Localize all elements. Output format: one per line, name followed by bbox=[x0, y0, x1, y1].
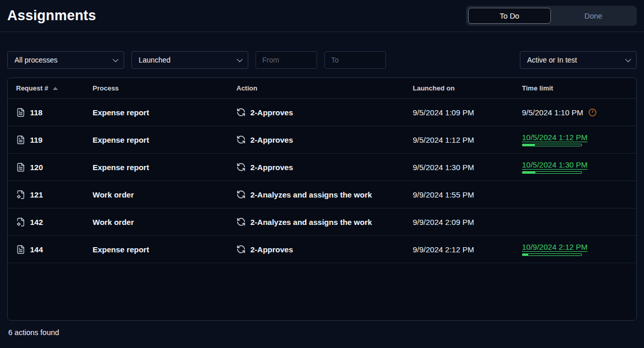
process-cell: Expense report bbox=[93, 245, 236, 254]
process-cell: Expense report bbox=[93, 135, 236, 144]
file-text-icon bbox=[16, 162, 25, 172]
process-cell: Work order bbox=[93, 190, 236, 199]
action-name: 2-Analyzes and assigns the work bbox=[250, 218, 372, 226]
date-type-filter-value: Launched bbox=[139, 56, 171, 64]
refresh-icon bbox=[236, 108, 246, 117]
launched-on-value: 9/9/2024 2:12 PM bbox=[413, 245, 474, 254]
action-cell: 2-Analyzes and assigns the work bbox=[236, 217, 413, 226]
column-header-action[interactable]: Action bbox=[236, 84, 413, 92]
date-type-filter-select[interactable]: Launched bbox=[131, 51, 248, 69]
action-cell: 2-Approves bbox=[236, 135, 413, 144]
process-name: Work order bbox=[93, 218, 134, 226]
file-gear-icon bbox=[16, 217, 25, 227]
time-limit-active: 10/5/2024 1:30 PM bbox=[522, 160, 636, 174]
request-number: 119 bbox=[30, 135, 42, 144]
process-cell: Expense report bbox=[93, 108, 236, 117]
time-limit-progress-bar bbox=[522, 253, 582, 256]
time-limit-cell: 9/5/2024 1:10 PM bbox=[522, 108, 636, 117]
chevron-down-icon bbox=[237, 56, 243, 62]
request-cell: 119 bbox=[8, 135, 93, 145]
launched-on-value: 9/5/2024 1:12 PM bbox=[413, 135, 474, 144]
request-number: 144 bbox=[30, 245, 43, 254]
table-row[interactable]: 121 Work order 2-Analyzes and assigns th… bbox=[8, 181, 636, 208]
process-name: Work order bbox=[93, 190, 134, 199]
sort-ascending-icon bbox=[53, 87, 58, 90]
time-limit-active: 10/5/2024 1:12 PM bbox=[522, 133, 636, 146]
to-date-input[interactable] bbox=[324, 51, 386, 69]
table-row[interactable]: 144 Expense report 2-Approves 9/9/2024 2… bbox=[8, 236, 636, 263]
tab-todo[interactable]: To Do bbox=[468, 8, 551, 24]
status-filter-select[interactable]: Active or In test bbox=[520, 51, 637, 69]
column-header-launched-on[interactable]: Launched on bbox=[413, 84, 522, 92]
action-cell: 2-Analyzes and assigns the work bbox=[236, 190, 413, 199]
time-limit-cell: 10/5/2024 1:30 PM bbox=[522, 160, 636, 174]
results-count: 6 actions found bbox=[8, 328, 636, 337]
action-name: 2-Approves bbox=[250, 163, 293, 172]
time-limit-progress-bar bbox=[522, 171, 582, 174]
action-name: 2-Approves bbox=[250, 245, 293, 254]
process-filter-value: All processes bbox=[14, 56, 57, 64]
time-limit-progress-fill bbox=[522, 172, 535, 173]
from-date-input[interactable] bbox=[256, 51, 317, 69]
column-header-process[interactable]: Process bbox=[93, 84, 236, 92]
time-limit-link[interactable]: 10/9/2024 2:12 PM bbox=[522, 243, 636, 251]
refresh-icon bbox=[236, 135, 246, 144]
process-filter-select[interactable]: All processes bbox=[7, 51, 124, 69]
refresh-icon bbox=[236, 245, 246, 254]
launched-on-cell: 9/9/2024 1:55 PM bbox=[413, 190, 522, 199]
chevron-down-icon bbox=[625, 56, 631, 62]
launched-on-value: 9/5/2024 1:30 PM bbox=[413, 163, 474, 172]
request-cell: 144 bbox=[8, 245, 93, 254]
refresh-icon bbox=[236, 162, 246, 172]
refresh-icon bbox=[236, 217, 246, 226]
table-row[interactable]: 120 Expense report 2-Approves 9/5/2024 1… bbox=[8, 154, 636, 181]
refresh-icon bbox=[236, 190, 246, 199]
time-limit-link[interactable]: 10/5/2024 1:30 PM bbox=[522, 160, 636, 169]
table-header-row: Request # Process Action Launched on Tim… bbox=[8, 78, 636, 99]
action-name: 2-Approves bbox=[250, 108, 293, 117]
chevron-down-icon bbox=[113, 56, 118, 62]
column-header-time-limit[interactable]: Time limit bbox=[522, 84, 636, 92]
time-limit-progress-fill bbox=[522, 144, 535, 146]
table-row[interactable]: 118 Expense report 2-Approves 9/5/2024 1… bbox=[8, 99, 636, 126]
launched-on-cell: 9/5/2024 1:30 PM bbox=[413, 163, 522, 172]
column-header-request[interactable]: Request # bbox=[8, 84, 93, 92]
time-limit-link[interactable]: 10/5/2024 1:12 PM bbox=[522, 133, 636, 142]
file-text-icon bbox=[16, 135, 25, 145]
time-limit-progress-bar bbox=[522, 144, 582, 146]
launched-on-value: 9/9/2024 1:55 PM bbox=[413, 190, 474, 199]
time-limit-value: 9/5/2024 1:10 PM bbox=[522, 108, 583, 117]
time-limit-cell: 10/9/2024 2:12 PM bbox=[522, 243, 636, 256]
request-number: 121 bbox=[30, 190, 43, 199]
launched-on-cell: 9/9/2024 2:12 PM bbox=[413, 245, 522, 254]
action-cell: 2-Approves bbox=[236, 162, 413, 172]
action-name: 2-Analyzes and assigns the work bbox=[250, 190, 372, 199]
table-body: 118 Expense report 2-Approves 9/5/2024 1… bbox=[8, 99, 636, 263]
process-name: Expense report bbox=[93, 245, 149, 254]
table-row[interactable]: 142 Work order 2-Analyzes and assigns th… bbox=[8, 208, 636, 236]
request-cell: 142 bbox=[8, 217, 93, 227]
request-number: 142 bbox=[30, 218, 43, 226]
action-cell: 2-Approves bbox=[236, 245, 413, 254]
launched-on-cell: 9/5/2024 1:09 PM bbox=[413, 108, 522, 117]
assignments-table: Request # Process Action Launched on Tim… bbox=[7, 78, 637, 321]
request-cell: 120 bbox=[8, 162, 93, 172]
time-limit-active: 10/9/2024 2:12 PM bbox=[522, 243, 636, 256]
todo-done-toggle: To Do Done bbox=[466, 6, 637, 26]
file-text-icon bbox=[16, 245, 25, 254]
tab-done[interactable]: Done bbox=[552, 8, 635, 24]
process-name: Expense report bbox=[93, 108, 149, 117]
launched-on-cell: 9/9/2024 2:09 PM bbox=[413, 218, 522, 226]
action-name: 2-Approves bbox=[250, 135, 293, 144]
process-name: Expense report bbox=[93, 135, 149, 144]
file-text-icon bbox=[16, 108, 25, 117]
page-title: Assignments bbox=[7, 8, 96, 24]
request-cell: 118 bbox=[8, 108, 93, 117]
time-limit-cell: 10/5/2024 1:12 PM bbox=[522, 133, 636, 146]
table-row[interactable]: 119 Expense report 2-Approves 9/5/2024 1… bbox=[8, 126, 636, 154]
top-bar: Assignments To Do Done bbox=[0, 0, 644, 32]
file-gear-icon bbox=[16, 190, 25, 200]
process-cell: Work order bbox=[93, 218, 236, 226]
status-filter-value: Active or In test bbox=[527, 56, 577, 64]
action-cell: 2-Approves bbox=[236, 108, 413, 117]
